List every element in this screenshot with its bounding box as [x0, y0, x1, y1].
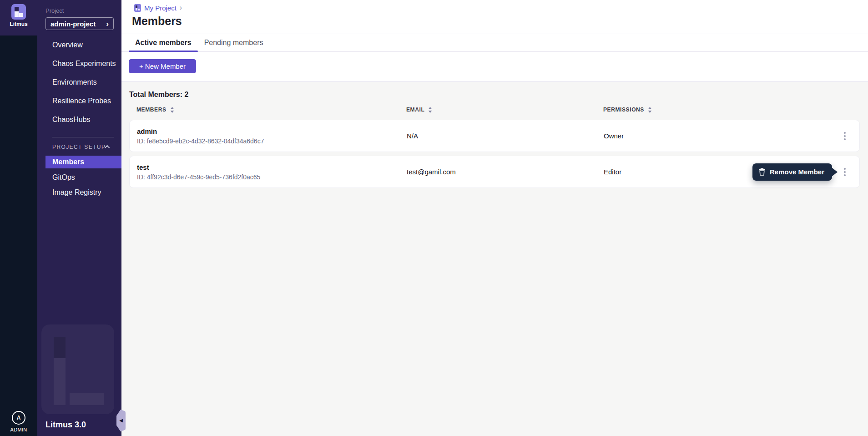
sort-icon	[648, 107, 652, 113]
sort-email-button[interactable]	[428, 107, 432, 113]
sort-members-button[interactable]	[170, 107, 174, 113]
member-email: test@gamil.com	[407, 168, 604, 176]
member-id: ID: 4ff92c3d-d6e7-459c-9ed5-736fd2f0ac65	[137, 173, 407, 181]
litmus-logo-label: Litmus	[10, 21, 27, 27]
member-row-test: test ID: 4ff92c3d-d6e7-459c-9ed5-736fd2f…	[129, 156, 860, 188]
member-permission: Owner	[604, 132, 859, 140]
column-header-members: MEMBERS	[136, 106, 406, 113]
member-row-admin: admin ID: fe8e5cd9-eb2c-4d32-8632-04df34…	[129, 120, 860, 152]
sidebar-item-overview[interactable]: Overview	[37, 35, 121, 54]
breadcrumb: My Project ›	[134, 4, 182, 12]
member-cell: admin ID: fe8e5cd9-eb2c-4d32-8632-04df34…	[137, 127, 407, 145]
member-email: N/A	[407, 132, 604, 140]
page-title: Members	[132, 15, 182, 28]
member-name: admin	[137, 127, 407, 135]
avatar-label: ADMIN	[10, 427, 27, 432]
litmus-logo-icon	[11, 4, 26, 20]
sidebar-item-members[interactable]: Members	[45, 156, 121, 168]
sidebar-item-image-registry[interactable]: Image Registry	[37, 185, 121, 200]
sidebar-item-chaoshubs[interactable]: ChaosHubs	[37, 110, 121, 129]
sidebar-item-chaos-experiments[interactable]: Chaos Experiments	[37, 54, 121, 73]
main-content: My Project › Members Active members Pend…	[121, 0, 868, 436]
version-label: Litmus 3.0	[45, 420, 86, 430]
trash-icon	[758, 168, 766, 176]
tab-bar: Active members Pending members	[121, 34, 868, 52]
sort-icon	[428, 107, 432, 113]
project-label: Project	[45, 7, 121, 14]
breadcrumb-link-my-project[interactable]: My Project	[144, 4, 177, 12]
avatar[interactable]: A	[12, 411, 25, 425]
icon-rail: Litmus A ADMIN	[0, 0, 37, 436]
column-header-email: EMAIL	[406, 106, 603, 113]
project-setup-label: PROJECT SETUP	[52, 144, 106, 150]
sidebar-item-gitops[interactable]: GitOps	[37, 170, 121, 185]
sidebar-nav: Overview Chaos Experiments Environments …	[37, 35, 121, 129]
sidebar-item-resilience-probes[interactable]: Resilience Probes	[37, 91, 121, 110]
breadcrumb-project-icon	[134, 4, 141, 12]
total-members-label: Total Members: 2	[129, 91, 868, 99]
column-header-permissions: PERMISSIONS	[603, 106, 860, 113]
rail-logo-section: Litmus	[0, 0, 37, 35]
watermark-vertical-bar	[54, 358, 66, 405]
member-name: test	[137, 163, 407, 171]
litmus-watermark-logo	[41, 324, 114, 414]
new-member-button[interactable]: + New Member	[129, 59, 196, 73]
remove-member-menu-item[interactable]: Remove Member	[752, 163, 832, 181]
project-setup-section-header[interactable]: PROJECT SETUP	[37, 137, 121, 155]
watermark-horizontal-bar	[70, 393, 104, 405]
tab-active-members[interactable]: Active members	[129, 34, 198, 51]
member-id: ID: fe8e5cd9-eb2c-4d32-8632-04df34a6d6c7	[137, 137, 407, 145]
breadcrumb-separator-icon: ›	[180, 4, 182, 12]
table-header-row: MEMBERS EMAIL PERMISSIONS	[129, 106, 860, 113]
member-cell: test ID: 4ff92c3d-d6e7-459c-9ed5-736fd2f…	[137, 163, 407, 181]
sort-permissions-button[interactable]	[648, 107, 652, 113]
members-panel: Total Members: 2 MEMBERS EMAIL PERMISSIO…	[121, 82, 868, 436]
sidebar: Project admin-project › Overview Chaos E…	[37, 0, 121, 436]
sort-icon	[170, 107, 174, 113]
row-actions-menu-button[interactable]	[840, 166, 849, 178]
sidebar-collapse-button[interactable]: ◀	[116, 410, 126, 431]
project-select-value: admin-project	[50, 20, 96, 28]
tab-pending-members[interactable]: Pending members	[198, 34, 270, 51]
avatar-letter: A	[17, 415, 21, 421]
app-root: Litmus A ADMIN Project admin-project › O…	[0, 0, 868, 436]
row-actions-menu-button[interactable]	[840, 130, 849, 142]
collapse-arrow-icon: ◀	[119, 418, 123, 423]
sidebar-item-environments[interactable]: Environments	[37, 73, 121, 91]
user-section: A ADMIN	[0, 411, 37, 432]
watermark-dot	[54, 337, 66, 358]
remove-member-label: Remove Member	[770, 168, 824, 176]
project-setup-items: Members GitOps Image Registry	[37, 156, 121, 200]
project-select[interactable]: admin-project ›	[45, 17, 114, 30]
chevron-right-icon: ›	[106, 20, 109, 28]
